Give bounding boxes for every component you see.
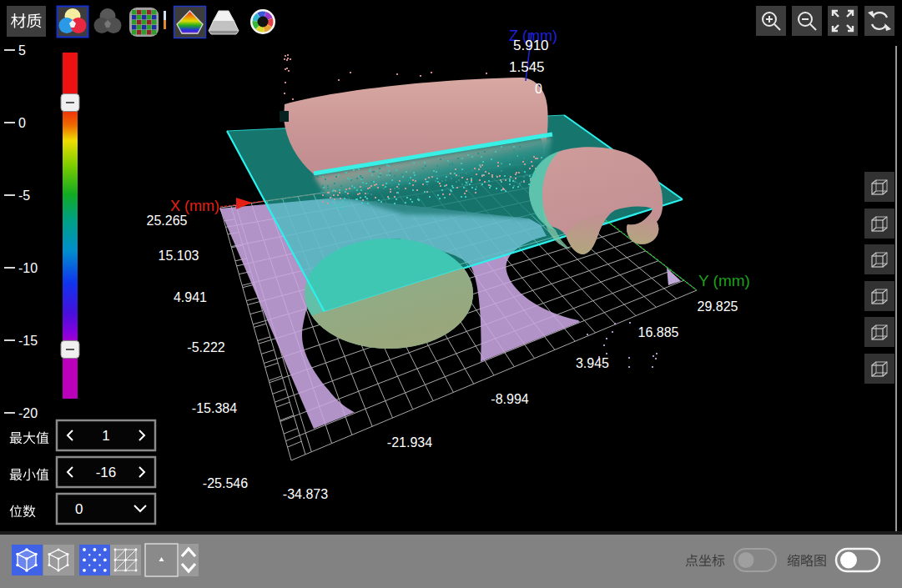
svg-text:1.545: 1.545	[509, 59, 545, 75]
svg-text:-25.546: -25.546	[203, 476, 248, 490]
svg-text:X (mm): X (mm)	[170, 198, 219, 214]
svg-text:-8.994: -8.994	[491, 392, 528, 406]
svg-text:5: 5	[18, 43, 26, 58]
svg-text:1: 1	[102, 428, 109, 444]
svg-text:-5: -5	[18, 188, 30, 203]
svg-text:0: 0	[18, 116, 26, 130]
svg-text:29.825: 29.825	[698, 299, 738, 314]
svg-text:3.945: 3.945	[576, 356, 609, 370]
svg-text:-15: -15	[18, 334, 38, 348]
svg-text:15.103: 15.103	[159, 249, 199, 263]
svg-text:Y (mm): Y (mm)	[698, 272, 750, 289]
svg-text:4.941: 4.941	[174, 290, 207, 304]
svg-text:25.265: 25.265	[147, 214, 188, 228]
svg-text:-5.222: -5.222	[187, 340, 224, 354]
svg-text:-16: -16	[96, 465, 117, 480]
svg-text:0: 0	[75, 501, 83, 517]
svg-text:5.910: 5.910	[513, 38, 549, 53]
svg-text:-21.934: -21.934	[387, 435, 432, 450]
svg-text:-34.873: -34.873	[283, 487, 328, 501]
svg-text:-20: -20	[18, 406, 38, 420]
svg-text:16.885: 16.885	[638, 325, 679, 339]
svg-text:-10: -10	[18, 261, 38, 275]
svg-text:0: 0	[535, 82, 542, 96]
svg-text:-15.384: -15.384	[192, 401, 237, 415]
